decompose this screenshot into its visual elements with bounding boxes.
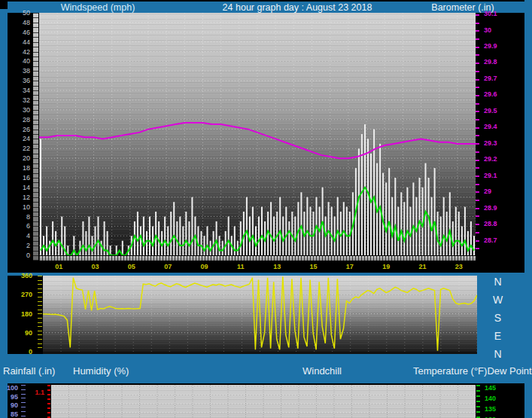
barometer-tick-label: 29 <box>484 188 506 195</box>
hour-tick-label: 21 <box>415 264 430 270</box>
wind-gust-bar <box>388 168 390 255</box>
wind-gust-bar <box>179 217 181 256</box>
wind-gust-bar <box>279 197 281 255</box>
rain-humidity-temp-svg <box>51 385 476 418</box>
barometer-axis-ticks: 30.13029.929.829.729.629.529.429.329.229… <box>484 13 509 261</box>
barometer-tick-label: 29.9 <box>484 43 506 50</box>
windspeed-tick-label: 2 <box>8 243 30 249</box>
barometer-tick-label: 29.4 <box>484 124 506 130</box>
windspeed-tick-label: 30 <box>8 107 30 114</box>
wind-gust-bar <box>340 212 342 255</box>
barometer-line <box>39 123 476 158</box>
wind-gust-bar <box>446 212 448 255</box>
compass-letter: S <box>477 312 518 324</box>
wind-gust-bar <box>440 217 442 256</box>
rainfall-tick-ruler <box>47 385 50 418</box>
wind-gust-bar <box>297 202 299 255</box>
wind-gust-bar <box>182 226 184 255</box>
barometer-tick-label: 29.3 <box>484 140 506 147</box>
wind-gust-bar <box>337 197 339 255</box>
wind-gust-bar <box>161 231 163 255</box>
weather-graph-page: Windspeed (mph) 24 hour graph day : Augu… <box>0 0 532 418</box>
windspeed-tick-label: 20 <box>8 155 30 162</box>
wind-gust-bar <box>82 221 84 255</box>
hour-tick-label: 01 <box>51 264 66 270</box>
wind-gust-bar <box>164 217 166 256</box>
wind-gust-bar <box>334 217 336 256</box>
direction-tick-ruler <box>38 276 42 352</box>
wind-gust-bar <box>79 241 81 255</box>
humidity-tick-label: 90 <box>0 402 18 409</box>
wind-gust-bar <box>173 202 175 255</box>
temperature-tick-ruler <box>476 385 480 418</box>
windspeed-tick-label: 18 <box>8 165 30 172</box>
wind-gust-bar <box>461 226 463 255</box>
wind-gust-bar <box>434 168 436 255</box>
wind-gust-bar <box>140 226 141 255</box>
wind-gust-bar <box>419 178 421 255</box>
wind-gust-bar <box>188 221 190 255</box>
humidity-tick-label: 95 <box>0 394 18 401</box>
windspeed-tick-label: 38 <box>8 68 30 75</box>
wind-gust-bar <box>400 192 402 255</box>
wind-gust-bar <box>40 139 41 255</box>
windspeed-tick-label: 46 <box>8 29 30 36</box>
wind-gust-bar <box>443 197 445 255</box>
wind-gust-bar <box>343 202 345 255</box>
page-title: 24 hour graph day : August 23 2018 <box>173 2 421 13</box>
wind-gust-bar <box>207 226 208 255</box>
wind-gust-bar <box>237 241 239 255</box>
temperature-tick-label: 135 <box>485 406 506 413</box>
direction-tick-label: 360 <box>8 273 32 279</box>
windspeed-tick-label: 6 <box>8 223 30 230</box>
wind-gust-bar <box>310 207 312 255</box>
wind-gust-bar <box>412 182 414 255</box>
wind-gust-bar <box>367 139 369 255</box>
windspeed-tick-label: 12 <box>8 194 30 201</box>
windspeed-tick-label: 26 <box>8 127 30 133</box>
barometer-tick-label: 28.8 <box>484 221 506 227</box>
direction-chart-bottom-strip <box>8 354 477 360</box>
wind-gust-bar <box>415 197 417 255</box>
windspeed-tick-label: 8 <box>8 214 30 221</box>
wind-gust-bar <box>385 182 387 255</box>
wind-gust-bar <box>191 197 193 255</box>
wind-gust-bar <box>170 212 172 255</box>
wind-gust-bar <box>88 217 90 256</box>
wind-gust-bar <box>331 207 333 255</box>
temperature-tick-label: 145 <box>485 385 506 392</box>
wind-gust-bar <box>197 226 199 255</box>
windspeed-tick-label: 24 <box>8 136 30 142</box>
wind-gust-bar <box>243 212 245 255</box>
barometer-tick-label: 28.7 <box>484 237 506 244</box>
compass-letter: N <box>477 348 518 360</box>
humidity-section-title: Humidity (%) <box>73 365 129 377</box>
wind-gust-bar <box>346 207 348 255</box>
compass-letter: E <box>477 330 518 342</box>
wind-gust-bar <box>219 236 220 255</box>
wind-barometer-svg <box>39 13 476 255</box>
wind-gust-bar <box>252 207 254 255</box>
windspeed-tick-label: 48 <box>8 20 30 26</box>
direction-tick-label: 180 <box>8 311 32 318</box>
windspeed-tick-label: 16 <box>8 175 30 182</box>
wind-gust-bar <box>228 217 230 256</box>
barometer-axis-title: Barometer (.in) <box>399 2 527 13</box>
windspeed-tick-label: 34 <box>8 87 30 94</box>
direction-tick-label: 270 <box>8 291 32 298</box>
wind-gust-bar <box>382 173 384 256</box>
wind-gust-bar <box>464 207 466 255</box>
wind-barometer-plot-area <box>39 13 476 255</box>
barometer-tick-label: 30 <box>484 27 506 34</box>
wind-gust-bar <box>452 221 454 255</box>
barometer-tick-ruler <box>476 14 479 255</box>
windspeed-tick-label: 22 <box>8 145 30 152</box>
wind-gust-bar <box>397 207 399 255</box>
wind-gust-bar <box>306 197 308 255</box>
windspeed-tick-label: 32 <box>8 97 30 104</box>
wind-gust-bar <box>449 192 451 255</box>
wind-gust-bar <box>403 202 405 255</box>
wind-gust-bar <box>276 212 278 255</box>
compass-letters: NWSEN <box>477 273 524 360</box>
wind-gust-bar <box>394 178 396 255</box>
